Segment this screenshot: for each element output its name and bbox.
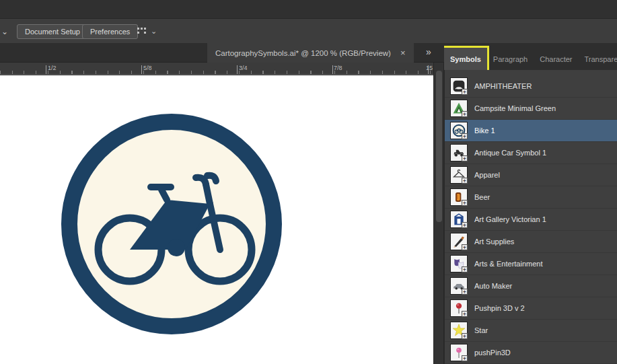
document-tab-title: CartographySymbols.ai* @ 1200 % (RGB/Pre… xyxy=(215,49,391,57)
antique-car-icon: + xyxy=(450,144,468,161)
symbol-label: Arts & Entertainment xyxy=(474,260,543,268)
symbol-label: Star xyxy=(474,326,488,334)
symbol-label: Art Gallery Victorian 1 xyxy=(474,215,546,223)
amphitheater-icon: + xyxy=(450,77,468,95)
symbol-row-bike[interactable]: +Bike 1 xyxy=(445,120,617,142)
ruler-label: 1/2 xyxy=(46,65,57,71)
art-supplies-icon: + xyxy=(450,233,468,250)
panel-tabs: SymbolsParagraphCharacterTransparency xyxy=(444,43,617,70)
campsite-icon: + xyxy=(450,100,468,117)
symbol-label: Auto Maker xyxy=(474,282,512,290)
symbol-label: Pushpin 3D v 2 xyxy=(474,304,525,312)
symbols-list: +AMPHITHEATER+Campsite Minimal Green+Bik… xyxy=(444,70,617,364)
pushpin-red-icon: + xyxy=(450,299,468,317)
pushpin-pink-icon: + xyxy=(450,344,468,361)
symbol-row-campsite[interactable]: +Campsite Minimal Green xyxy=(445,98,617,120)
symbol-plus-badge: + xyxy=(462,178,468,184)
symbol-row-hanger[interactable]: +Apparel xyxy=(445,164,617,186)
control-toolbar: ⌄ Document Setup Preferences ⌄ xyxy=(0,19,617,43)
symbol-row-art-supplies[interactable]: +Art Supplies xyxy=(445,231,617,253)
bike-crank xyxy=(168,239,185,256)
symbol-label: pushPin3D xyxy=(474,349,511,357)
symbol-plus-badge: + xyxy=(462,222,468,228)
symbol-row-masks[interactable]: +Arts & Entertainment xyxy=(445,253,617,275)
symbol-row-pushpin-pink[interactable]: +pushPin3D xyxy=(445,342,617,364)
bike-icon: + xyxy=(450,122,468,139)
symbol-plus-badge: + xyxy=(462,111,468,117)
gallery-icon: + xyxy=(450,211,468,228)
ruler-label: 15 xyxy=(424,65,433,71)
symbol-plus-badge: + xyxy=(462,133,468,139)
car-icon: + xyxy=(450,277,468,295)
scrollbar-thumb[interactable] xyxy=(436,71,442,222)
panel-tab-character[interactable]: Character xyxy=(534,48,578,70)
symbol-row-gallery[interactable]: +Art Gallery Victorian 1 xyxy=(445,209,617,231)
symbol-plus-badge: + xyxy=(462,89,468,95)
tool-options-chevron-icon: ⌄ xyxy=(151,27,157,36)
ruler-label: 7/8 xyxy=(332,65,342,71)
star-icon: + xyxy=(450,322,468,339)
symbol-plus-badge: + xyxy=(462,266,468,272)
symbol-row-antique-car[interactable]: +Antique Car Symbol 1 xyxy=(445,142,617,164)
masks-icon: + xyxy=(450,255,468,272)
symbol-plus-badge: + xyxy=(462,355,468,361)
tab-overflow-chevrons-icon[interactable]: » xyxy=(426,46,431,57)
symbol-label: Beer xyxy=(474,193,490,201)
symbol-row-amphitheater[interactable]: +AMPHITHEATER xyxy=(445,75,617,98)
symbol-plus-badge: + xyxy=(462,200,468,206)
symbol-row-pushpin-red[interactable]: +Pushpin 3D v 2 xyxy=(445,297,617,320)
bike-symbol-artwork[interactable] xyxy=(54,106,289,342)
transform-tool-icon xyxy=(137,26,147,36)
document-tab[interactable]: CartographySymbols.ai* @ 1200 % (RGB/Pre… xyxy=(207,43,414,63)
symbol-label: Bike 1 xyxy=(474,126,495,135)
symbol-label: Campsite Minimal Green xyxy=(474,104,556,112)
symbol-plus-badge: + xyxy=(462,333,468,339)
symbol-row-car[interactable]: +Auto Maker xyxy=(445,275,617,297)
symbol-label: Art Supplies xyxy=(474,238,514,246)
title-strip xyxy=(0,0,617,19)
tab-close-icon[interactable]: × xyxy=(400,48,406,58)
illustrator-window: ⌄ Document Setup Preferences ⌄ Cartograp… xyxy=(0,0,617,364)
ruler-label: 5/8 xyxy=(141,65,152,71)
symbol-plus-badge: + xyxy=(462,311,468,317)
ruler: 1/25/83/47/815 xyxy=(0,63,433,75)
preferences-button[interactable]: Preferences xyxy=(82,24,138,39)
ruler-label: 3/4 xyxy=(237,65,248,71)
symbol-plus-badge: + xyxy=(462,155,468,161)
artboard-canvas[interactable] xyxy=(0,75,433,364)
symbol-plus-badge: + xyxy=(462,289,468,295)
document-setup-button[interactable]: Document Setup xyxy=(17,24,88,39)
panel-tab-symbols[interactable]: Symbols xyxy=(444,48,487,70)
vertical-scrollbar[interactable] xyxy=(433,63,444,364)
symbol-label: Apparel xyxy=(474,171,500,179)
symbol-row-star[interactable]: +Star xyxy=(445,320,617,342)
panel-tab-paragraph[interactable]: Paragraph xyxy=(487,48,534,70)
panel-tab-transparency[interactable]: Transparency xyxy=(579,48,617,70)
collapsed-control-chevron-icon[interactable]: ⌄ xyxy=(1,27,8,36)
beer-icon: + xyxy=(450,188,468,206)
symbol-label: Antique Car Symbol 1 xyxy=(474,149,546,157)
symbol-row-beer[interactable]: +Beer xyxy=(445,186,617,209)
symbol-label: AMPHITHEATER xyxy=(474,82,532,90)
tool-options-control[interactable]: ⌄ xyxy=(137,26,157,36)
hanger-icon: + xyxy=(450,166,468,184)
symbol-plus-badge: + xyxy=(462,244,468,250)
